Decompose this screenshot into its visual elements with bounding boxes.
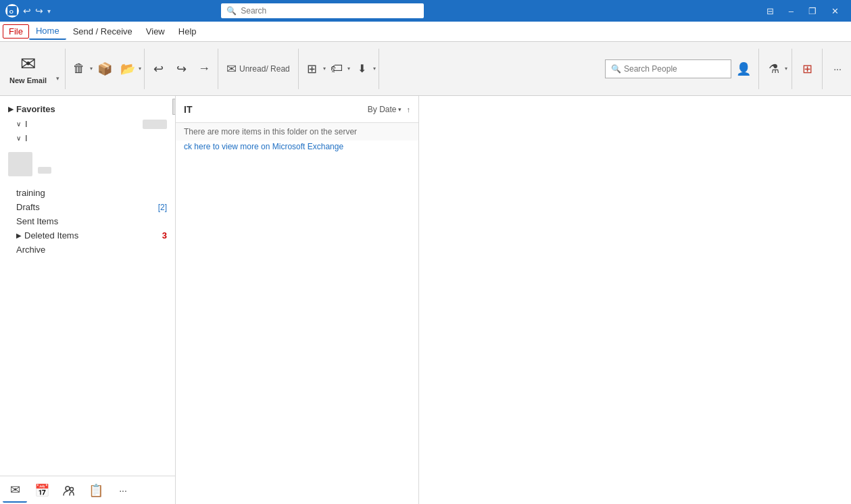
nav-people-button[interactable] bbox=[57, 478, 81, 503]
drafts-label: Drafts bbox=[16, 202, 40, 212]
minimize-btn[interactable]: – bbox=[782, 5, 800, 18]
deleted-items-item[interactable]: ▶ Deleted Items 3 bbox=[3, 228, 172, 243]
move-to-dropdown[interactable]: ▾ bbox=[373, 66, 376, 72]
categorize-dropdown[interactable]: ▾ bbox=[347, 66, 350, 72]
new-email-button[interactable]: ✉ New Email bbox=[3, 50, 53, 87]
view-btn-group: ⊞ ▾ bbox=[301, 58, 326, 80]
sort-button[interactable]: By Date ▾ bbox=[368, 105, 402, 114]
item2-label: I bbox=[25, 133, 28, 143]
delete-btn-group: 🗑 ▾ bbox=[68, 58, 93, 80]
item1-label: I bbox=[25, 119, 28, 129]
sent-items-item[interactable]: Sent Items bbox=[3, 214, 172, 228]
archive-button[interactable]: 📦 bbox=[94, 58, 116, 80]
redo-btn[interactable]: ↪ bbox=[35, 5, 43, 16]
favorites-section[interactable]: ▶ Favorites bbox=[3, 101, 172, 117]
respond-group: ↩ ↪ → bbox=[147, 58, 215, 80]
mail-list-title: IT bbox=[184, 104, 192, 115]
move-to-btn-group: ⬇ ▾ bbox=[351, 58, 376, 80]
sort-dropdown-icon: ▾ bbox=[398, 106, 402, 113]
file-menu[interactable]: File bbox=[3, 24, 29, 39]
redo-action-button[interactable]: ↪ bbox=[170, 58, 192, 80]
exchange-link[interactable]: ck here to view more on Microsoft Exchan… bbox=[176, 141, 418, 157]
folder-list: training Drafts [2] Sent Items ▶ Deleted… bbox=[3, 183, 172, 259]
nav-more-button[interactable]: ··· bbox=[111, 478, 135, 503]
restore-window-btn[interactable]: ⊟ bbox=[760, 5, 781, 18]
search-people-icon: 🔍 bbox=[611, 64, 621, 74]
sidebar-item-2[interactable]: ∨ I bbox=[3, 131, 172, 145]
drafts-item[interactable]: Drafts [2] bbox=[3, 200, 172, 214]
new-email-group: ✉ New Email ▾ bbox=[3, 50, 62, 87]
filter-dropdown[interactable]: ▾ bbox=[785, 66, 787, 72]
separator-5 bbox=[379, 49, 379, 89]
title-search-input[interactable] bbox=[241, 6, 418, 16]
search-people-input[interactable] bbox=[624, 64, 725, 74]
app-layout: ◂ ▶ Favorites ∨ I ∨ I bbox=[0, 96, 851, 504]
title-bar: O ↩ ↪ ▾ 🔍 ⊟ – ❐ ✕ bbox=[0, 0, 851, 22]
envelope-half-icon: ✉ bbox=[226, 61, 237, 76]
view-menu[interactable]: View bbox=[139, 24, 172, 39]
unread-read-button[interactable]: ✉ Unread/ Read bbox=[221, 59, 295, 79]
drafts-count: [2] bbox=[158, 203, 167, 212]
nav-mail-button[interactable]: ✉ bbox=[3, 478, 27, 503]
expand-icon-1: ∨ bbox=[16, 120, 21, 128]
move-to-button[interactable]: ⬇ bbox=[351, 58, 373, 80]
nav-calendar-button[interactable]: 📅 bbox=[30, 478, 54, 503]
view-button[interactable]: ⊞ bbox=[301, 58, 323, 80]
ribbon: ✉ New Email ▾ 🗑 ▾ 📦 📂 ▾ ↩ ↪ → ✉ Unread/ … bbox=[0, 42, 851, 96]
separator-7 bbox=[792, 49, 792, 89]
archive-item[interactable]: Archive bbox=[3, 243, 172, 257]
sidebar-item-1[interactable]: ∨ I bbox=[3, 117, 172, 131]
expand-icon-2: ∨ bbox=[16, 134, 21, 142]
title-bar-controls: ⊟ – ❐ ✕ bbox=[760, 5, 846, 18]
training-item[interactable]: training bbox=[3, 186, 172, 200]
archive-label: Archive bbox=[16, 245, 45, 255]
todo-bar-button[interactable]: ⊞ bbox=[796, 58, 818, 80]
mail-list-header: IT By Date ▾ ↑ bbox=[176, 96, 418, 123]
collapse-sidebar-button[interactable]: ◂ bbox=[172, 99, 176, 115]
delete-button[interactable]: 🗑 bbox=[68, 58, 90, 80]
search-people-box[interactable]: 🔍 bbox=[605, 59, 731, 78]
filter-button[interactable]: ⚗ bbox=[763, 58, 785, 80]
unread-read-label: Unread/ Read bbox=[239, 64, 290, 74]
maximize-btn[interactable]: ❐ bbox=[802, 5, 823, 18]
home-menu[interactable]: Home bbox=[29, 23, 66, 40]
new-email-icon: ✉ bbox=[20, 53, 36, 75]
close-btn[interactable]: ✕ bbox=[825, 5, 846, 18]
placeholder-area bbox=[8, 152, 167, 176]
move-dropdown[interactable]: ▾ bbox=[139, 66, 141, 72]
delete-group: 🗑 ▾ 📦 📂 ▾ bbox=[68, 58, 141, 80]
deleted-items-label: Deleted Items bbox=[24, 230, 78, 241]
new-email-dropdown[interactable]: ▾ bbox=[53, 75, 62, 87]
svg-point-3 bbox=[70, 487, 74, 490]
sidebar-placeholder-1 bbox=[8, 152, 32, 176]
undo-btn[interactable]: ↩ bbox=[23, 5, 31, 16]
forward-button[interactable]: → bbox=[193, 58, 215, 80]
favorites-chevron-icon: ▶ bbox=[8, 105, 14, 113]
help-menu[interactable]: Help bbox=[172, 24, 203, 39]
quick-access-dropdown[interactable]: ▾ bbox=[47, 7, 51, 15]
title-bar-left: O ↩ ↪ ▾ bbox=[5, 4, 51, 18]
send-receive-menu[interactable]: Send / Receive bbox=[66, 24, 139, 39]
categorize-group: 🏷 ▾ ⬇ ▾ bbox=[326, 58, 376, 80]
sidebar-placeholder-2 bbox=[38, 167, 51, 174]
sort-label: By Date bbox=[368, 105, 397, 114]
reading-pane bbox=[419, 96, 851, 504]
title-search-box[interactable]: 🔍 bbox=[221, 3, 424, 18]
sort-order-toggle[interactable]: ↑ bbox=[407, 105, 411, 114]
categorize-button[interactable]: 🏷 bbox=[326, 58, 347, 80]
nav-tasks-button[interactable]: 📋 bbox=[84, 478, 108, 503]
more-options-button[interactable]: ··· bbox=[827, 58, 848, 80]
view-group: ⊞ ▾ bbox=[301, 58, 326, 80]
separator-2 bbox=[144, 49, 145, 89]
move-button[interactable]: 📂 bbox=[117, 58, 139, 80]
ribbon-right-group: 🔍 👤 ⚗ ▾ ⊞ ··· bbox=[605, 49, 848, 89]
separator-4 bbox=[298, 49, 299, 89]
filter-btn-group: ⚗ ▾ bbox=[763, 58, 787, 80]
outlook-icon[interactable]: O bbox=[5, 4, 19, 18]
sidebar-bottom-nav: ✉ 📅 📋 ··· bbox=[0, 476, 175, 504]
address-book-button[interactable]: 👤 bbox=[733, 58, 754, 80]
server-notice-text: There are more items in this folder on t… bbox=[184, 127, 357, 136]
undo-action-button[interactable]: ↩ bbox=[147, 58, 169, 80]
svg-point-2 bbox=[66, 486, 70, 490]
delete-dropdown[interactable]: ▾ bbox=[90, 66, 93, 72]
